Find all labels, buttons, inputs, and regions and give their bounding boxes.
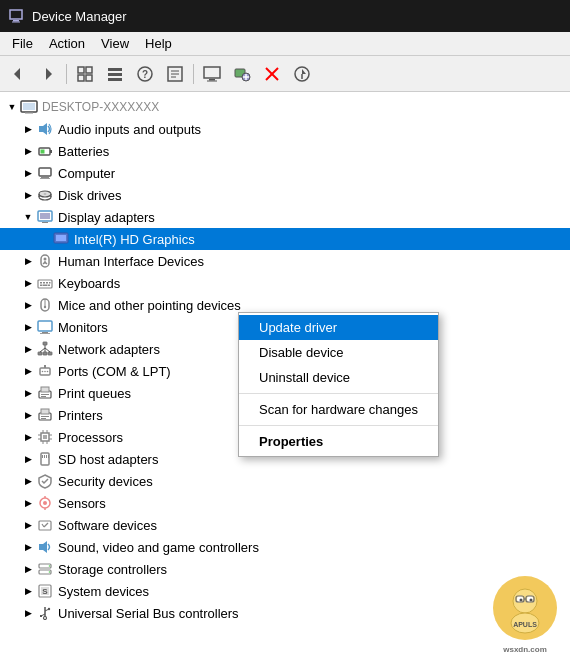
svg-rect-101 (42, 455, 43, 458)
svg-rect-100 (41, 453, 49, 465)
tree-item-sensors[interactable]: Sensors (0, 492, 570, 514)
tree-item-security[interactable]: Security devices (0, 470, 570, 492)
svg-rect-71 (43, 352, 47, 355)
svg-point-65 (44, 306, 46, 308)
toolbar-properties[interactable] (161, 60, 189, 88)
menu-view[interactable]: View (93, 34, 137, 53)
svg-rect-81 (44, 365, 46, 368)
tree-item-keyboards[interactable]: Keyboards (0, 272, 570, 294)
svg-rect-85 (41, 396, 46, 397)
svg-marker-4 (46, 68, 52, 80)
usb-expand (20, 605, 36, 621)
computer-expand (20, 165, 36, 181)
title-bar: Device Manager (0, 0, 570, 32)
ctx-sep-1 (239, 393, 438, 394)
ctx-properties[interactable]: Properties (239, 429, 438, 454)
svg-rect-9 (108, 68, 122, 71)
svg-rect-70 (38, 352, 42, 355)
display-icon (36, 208, 54, 226)
hid-expand (20, 253, 36, 269)
svg-rect-61 (43, 285, 48, 287)
processors-icon (36, 428, 54, 446)
tree-item-intel-hd[interactable]: Intel(R) HD Graphics (0, 228, 570, 250)
svg-point-78 (42, 371, 44, 373)
toolbar-view2[interactable] (101, 60, 129, 88)
system-expand (20, 583, 36, 599)
root-label: DESKTOP-XXXXXXX (42, 100, 159, 114)
tree-item-software[interactable]: Software devices (0, 514, 570, 536)
monitors-icon (36, 318, 54, 336)
toolbar-view1[interactable] (71, 60, 99, 88)
tree-item-system[interactable]: S System devices (0, 580, 570, 602)
system-label: System devices (58, 584, 149, 599)
printers-label: Printers (58, 408, 103, 423)
sensors-icon (36, 494, 54, 512)
svg-rect-83 (41, 387, 49, 392)
disk-icon (36, 186, 54, 204)
svg-rect-11 (108, 78, 122, 81)
svg-rect-2 (12, 22, 20, 23)
hid-icon (36, 252, 54, 270)
disk-label: Disk drives (58, 188, 122, 203)
tree-item-storage[interactable]: Storage controllers (0, 558, 570, 580)
tree-item-hid[interactable]: Human Interface Devices (0, 250, 570, 272)
svg-rect-19 (209, 79, 215, 81)
svg-rect-32 (25, 112, 33, 114)
menu-help[interactable]: Help (137, 34, 180, 53)
toolbar-back[interactable] (4, 60, 32, 88)
svg-rect-47 (42, 222, 48, 223)
svg-point-125 (44, 617, 47, 620)
toolbar: ? (0, 56, 570, 92)
intel-label: Intel(R) HD Graphics (74, 232, 195, 247)
intel-expand (36, 231, 52, 247)
ports-icon (36, 362, 54, 380)
ctx-update-driver[interactable]: Update driver (239, 315, 438, 340)
toolbar-monitor[interactable] (198, 60, 226, 88)
ctx-uninstall-device[interactable]: Uninstall device (239, 365, 438, 390)
toolbar-remove[interactable] (258, 60, 286, 88)
tree-root[interactable]: DESKTOP-XXXXXXX (0, 96, 570, 118)
svg-rect-68 (40, 333, 50, 334)
root-expand-arrow (4, 99, 20, 115)
sound-label: Sound, video and game controllers (58, 540, 259, 555)
toolbar-forward[interactable] (34, 60, 62, 88)
toolbar-update[interactable] (288, 60, 316, 88)
svg-rect-55 (38, 280, 52, 288)
toolbar-help[interactable]: ? (131, 60, 159, 88)
tree-item-display[interactable]: Display adapters (0, 206, 570, 228)
svg-rect-0 (10, 10, 22, 19)
toolbar-scan[interactable] (228, 60, 256, 88)
tree-item-computer[interactable]: Computer (0, 162, 570, 184)
ctx-scan-hardware[interactable]: Scan for hardware changes (239, 397, 438, 422)
tree-item-disk[interactable]: Disk drives (0, 184, 570, 206)
tree-item-sound[interactable]: Sound, video and game controllers (0, 536, 570, 558)
tree-item-batteries[interactable]: Batteries (0, 140, 570, 162)
security-expand (20, 473, 36, 489)
software-icon (36, 516, 54, 534)
menu-file[interactable]: File (4, 34, 41, 53)
sensors-label: Sensors (58, 496, 106, 511)
batteries-label: Batteries (58, 144, 109, 159)
menu-action[interactable]: Action (41, 34, 93, 53)
svg-marker-3 (14, 68, 20, 80)
security-label: Security devices (58, 474, 153, 489)
svg-rect-91 (43, 435, 47, 439)
tree-item-audio[interactable]: Audio inputs and outputs (0, 118, 570, 140)
svg-point-115 (49, 565, 51, 567)
svg-marker-112 (39, 541, 47, 553)
mice-label: Mice and other pointing devices (58, 298, 241, 313)
svg-rect-35 (50, 150, 52, 153)
intel-icon (52, 230, 70, 248)
svg-point-130 (520, 599, 523, 602)
audio-expand (20, 121, 36, 137)
printq-icon (36, 384, 54, 402)
storage-label: Storage controllers (58, 562, 167, 577)
ctx-disable-device[interactable]: Disable device (239, 340, 438, 365)
keyboards-icon (36, 274, 54, 292)
root-icon (20, 98, 38, 116)
network-icon (36, 340, 54, 358)
svg-rect-49 (56, 235, 66, 241)
device-tree-container[interactable]: DESKTOP-XXXXXXX Audio inputs and outputs (0, 92, 570, 664)
tree-item-usb[interactable]: Universal Serial Bus controllers (0, 602, 570, 624)
batteries-icon (36, 142, 54, 160)
